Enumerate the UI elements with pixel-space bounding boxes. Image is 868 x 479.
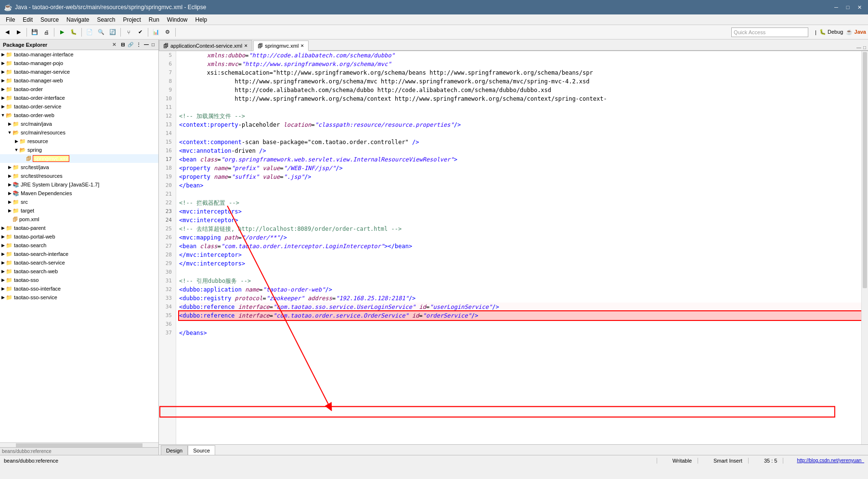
tree-item-src-test-java[interactable]: ▶📁src/test/java — [0, 163, 158, 172]
editor-vscrollbar[interactable] — [861, 51, 868, 444]
tab-springmvc[interactable]: 🗐 springmvc.xml ✕ — [253, 40, 309, 51]
tree-icon: 📁 — [6, 225, 13, 231]
editor-min[interactable]: — — [856, 45, 861, 50]
code-content[interactable]: xmlns:dubbo="http://code.alibabatech.com… — [176, 51, 861, 444]
tree-arrow: ▶ — [13, 139, 19, 144]
tab-source[interactable]: Source — [188, 445, 215, 455]
tree-item-taotao-order-web[interactable]: ▼📂taotao-order-web — [0, 111, 158, 120]
tree-item-pom-xml[interactable]: 🗐pom.xml — [0, 215, 158, 224]
pe-h-scrollbar[interactable] — [0, 442, 158, 447]
tree-label: src/main/resources — [21, 130, 65, 135]
menu-navigate[interactable]: Navigate — [63, 15, 93, 24]
menu-source[interactable]: Source — [37, 15, 63, 24]
tree-item-taotao-portal-web[interactable]: ▶📁taotao-portal-web — [0, 232, 158, 241]
toolbar-git[interactable]: ⑂ — [123, 27, 134, 38]
tree-item-taotao-manager-interface[interactable]: ▶📁taotao-manager-interface — [0, 50, 158, 59]
pe-link[interactable]: 🔗 — [127, 41, 134, 48]
tree-item-taotao-search[interactable]: ▶📁taotao-search — [0, 241, 158, 250]
menu-window[interactable]: Window — [163, 15, 192, 24]
toolbar-forward[interactable]: ▶ — [13, 27, 24, 38]
toolbar-search2[interactable]: 🔍 — [96, 27, 106, 38]
toolbar-profile[interactable]: 📊 — [151, 27, 161, 38]
tree-item-taotao-search-interface[interactable]: ▶📁taotao-search-interface — [0, 250, 158, 258]
tab-app-context[interactable]: 🗐 applicationContext-service.xml ✕ — [159, 40, 252, 51]
toolbar-debug[interactable]: 🐛 — [68, 27, 79, 38]
app-icon: ☕ — [4, 3, 12, 11]
tab-design[interactable]: Design — [161, 445, 188, 455]
toolbar-run[interactable]: ▶ — [57, 27, 67, 38]
tree-label: taotao-sso-interface — [14, 286, 61, 292]
code-line-33: <dubbo:registry protocol="zookeeper" add… — [179, 294, 861, 303]
minimize-button[interactable]: ─ — [831, 2, 841, 12]
tree-item-taotao-sso[interactable]: ▶📁taotao-sso — [0, 276, 158, 284]
menu-project[interactable]: Project — [119, 15, 144, 24]
tree-item-taotao-search-service[interactable]: ▶📁taotao-search-service — [0, 258, 158, 267]
tree-item-src-test-resources[interactable]: ▶📁src/test/resources — [0, 172, 158, 180]
status-writable: Writable — [667, 458, 698, 464]
toolbar-commit[interactable]: ✔ — [135, 27, 145, 38]
tab-springmvc-close[interactable]: ✕ — [300, 43, 304, 48]
status-link[interactable]: http://blog.csdn.net/yerenyuan_ — [793, 458, 868, 463]
tree-icon: 📁 — [6, 294, 13, 301]
code-line-36 — [179, 320, 861, 329]
tree-item-taotao-order-service[interactable]: ▶📁taotao-order-service — [0, 102, 158, 111]
toolbar-java-btn[interactable]: ☕ Java — [846, 29, 866, 35]
menu-edit[interactable]: Edit — [19, 15, 37, 24]
tree-item-resource[interactable]: ▶📁resource — [0, 137, 158, 146]
line-number-34: 34 — [161, 303, 174, 311]
tree-item-maven-dependencies[interactable]: ▶📚Maven Dependencies — [0, 189, 158, 198]
tree-item-taotao-sso-service[interactable]: ▶📁taotao-sso-service — [0, 293, 158, 302]
tree-item-taotao-order[interactable]: ▶📁taotao-order — [0, 85, 158, 93]
toolbar-refresh[interactable]: 🔄 — [107, 27, 118, 38]
tree-item-taotao-manager-pojo[interactable]: ▶📁taotao-manager-pojo — [0, 59, 158, 67]
tree-item-target[interactable]: ▶📁target — [0, 206, 158, 215]
menu-help[interactable]: Help — [192, 15, 211, 24]
code-line-18: <property name="prefix" value="/WEB-INF/… — [179, 164, 861, 173]
tree-item-springmvc-xml[interactable]: 🗐springmvc.xml — [0, 154, 158, 163]
tree-label: src — [21, 199, 28, 205]
code-line-21 — [179, 190, 861, 199]
tree-item-src-main-resources[interactable]: ▼📂src/main/resources — [0, 128, 158, 137]
code-line-11 — [179, 103, 861, 112]
toolbar-save[interactable]: 💾 — [29, 27, 40, 38]
toolbar-new[interactable]: 📄 — [84, 27, 95, 38]
tree-item-src[interactable]: ▶📁src — [0, 198, 158, 206]
pe-menu[interactable]: ⋮ — [135, 41, 142, 48]
pe-min[interactable]: — — [143, 41, 150, 48]
tree-icon: 📁 — [6, 251, 13, 257]
menu-run[interactable]: Run — [145, 15, 163, 24]
tree-item-taotao-sso-interface[interactable]: ▶📁taotao-sso-interface — [0, 284, 158, 293]
editor-max[interactable]: □ — [863, 45, 866, 50]
menu-search[interactable]: Search — [93, 15, 119, 24]
pe-max[interactable]: □ — [151, 41, 155, 48]
tree-icon: 📚 — [13, 190, 19, 197]
code-line-12: <!-- 加载属性文件 --> — [179, 112, 861, 120]
menu-file[interactable]: File — [2, 15, 19, 24]
tree-icon: 📁 — [6, 86, 13, 93]
tree-item-taotao-manager-web[interactable]: ▶📁taotao-manager-web — [0, 76, 158, 85]
toolbar: ◀ ▶ 💾 🖨 ▶ 🐛 📄 🔍 🔄 ⑂ ✔ 📊 ⚙ Quick Access |… — [0, 25, 868, 40]
tree-arrow: ▼ — [7, 130, 13, 135]
pe-collapse[interactable]: ⊟ — [120, 41, 126, 48]
tree-icon: 📁 — [13, 164, 19, 171]
code-editor[interactable]: 5678910111213141516171819202122232425262… — [159, 51, 868, 444]
tree-item-taotao-order-interface[interactable]: ▶📁taotao-order-interface — [0, 93, 158, 102]
toolbar-settings[interactable]: ⚙ — [162, 27, 173, 38]
close-button[interactable]: ✕ — [855, 2, 864, 12]
toolbar-debug-btn[interactable]: 🐛 Debug — [819, 29, 843, 35]
tree-item-taotao-manager-service[interactable]: ▶📁taotao-manager-service — [0, 67, 158, 76]
quick-access-input[interactable]: Quick Access — [731, 27, 808, 37]
tree-icon: 📁 — [13, 121, 19, 127]
maximize-button[interactable]: □ — [843, 2, 853, 12]
tree-item-taotao-parent[interactable]: ▶📁taotao-parent — [0, 224, 158, 232]
pe-icon: ✕ — [112, 42, 116, 47]
toolbar-print[interactable]: 🖨 — [41, 27, 52, 38]
tab-app-context-label: applicationContext-service.xml — [170, 43, 242, 49]
toolbar-back[interactable]: ◀ — [2, 27, 13, 38]
tab-app-context-close[interactable]: ✕ — [244, 43, 248, 48]
tree-item-spring[interactable]: ▼📂spring — [0, 146, 158, 154]
tree-icon: 📁 — [6, 95, 13, 101]
tree-item-taotao-search-web[interactable]: ▶📁taotao-search-web — [0, 267, 158, 276]
tree-item-jre-system-library[interactable]: ▶📚JRE System Library [JavaSE-1.7] — [0, 180, 158, 189]
tree-item-src-main-java[interactable]: ▶📁src/main/java — [0, 120, 158, 128]
